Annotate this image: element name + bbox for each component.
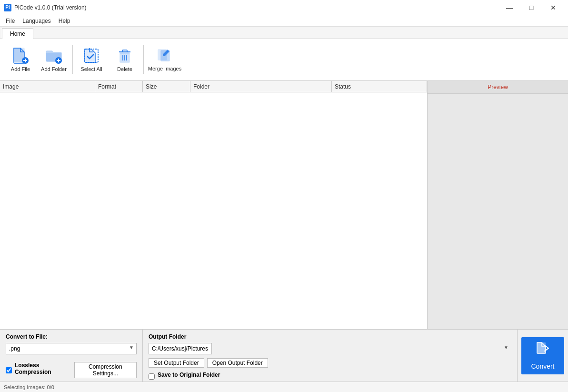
menu-bar: File Languages Help [0, 15, 568, 27]
menu-languages[interactable]: Languages [19, 17, 54, 25]
status-text: Selecting Images: 0/0 [4, 384, 54, 390]
lossless-compression-checkbox[interactable] [6, 367, 12, 373]
lossless-compression-label: Lossless Compression [15, 362, 69, 375]
merge-images-label: Merge Images [148, 66, 181, 72]
preview-panel: Preview [428, 81, 568, 329]
set-output-folder-button[interactable]: Set Output Folder [149, 358, 204, 368]
merge-images-button[interactable]: Merge Images [146, 41, 184, 78]
menu-file[interactable]: File [2, 17, 19, 25]
col-header-image: Image [0, 81, 95, 92]
svg-rect-10 [122, 50, 127, 52]
format-select[interactable]: .png .jpg .bmp .gif .tiff .webp [6, 343, 137, 354]
main-content: Image Format Size Folder Status Preview [0, 81, 568, 329]
convert-to-file-section: Convert to File: .png .jpg .bmp .gif .ti… [0, 330, 143, 382]
add-file-label: Add File [11, 66, 30, 72]
col-header-format: Format [95, 81, 143, 92]
output-folder-section: Output Folder C:/Users/xusj/Pictures Set… [143, 330, 518, 382]
convert-to-file-label: Convert to File: [6, 333, 137, 340]
menu-help[interactable]: Help [55, 17, 74, 25]
maximize-button[interactable]: □ [520, 0, 542, 15]
title-bar: Pi PiCode v1.0.0 (Trial version) — □ ✕ [0, 0, 568, 15]
select-all-icon [83, 47, 100, 64]
output-folder-label: Output Folder [149, 333, 511, 340]
close-button[interactable]: ✕ [542, 0, 564, 15]
col-header-folder: Folder [190, 81, 332, 92]
title-bar-left: Pi PiCode v1.0.0 (Trial version) [4, 4, 87, 11]
delete-button[interactable]: Delete [108, 41, 141, 78]
delete-icon [116, 47, 133, 64]
select-all-label: Select All [80, 66, 102, 72]
preview-content [428, 94, 568, 329]
tab-bar: Home [0, 27, 568, 39]
toolbar-separator-2 [143, 45, 144, 74]
toolbar-separator-1 [72, 45, 73, 74]
delete-label: Delete [117, 66, 132, 72]
convert-button-area: Convert [518, 330, 568, 382]
tab-home[interactable]: Home [2, 28, 33, 39]
folder-path-row: C:/Users/xusj/Pictures [149, 343, 511, 354]
open-output-folder-button[interactable]: Open Output Folder [207, 358, 268, 368]
merge-images-icon [156, 47, 173, 64]
add-folder-button[interactable]: Add Folder [37, 41, 70, 78]
folder-path-select[interactable]: C:/Users/xusj/Pictures [149, 343, 212, 354]
save-to-original-row: Save to Original Folder [149, 372, 511, 381]
bottom-area: Convert to File: .png .jpg .bmp .gif .ti… [0, 329, 568, 382]
title-text: PiCode v1.0.0 (Trial version) [14, 4, 87, 11]
format-select-wrapper: .png .jpg .bmp .gif .tiff .webp [6, 343, 137, 358]
select-all-button[interactable]: Select All [75, 41, 108, 78]
convert-label: Convert [531, 362, 554, 370]
app-icon: Pi [4, 4, 11, 11]
toolbar: Add File Add Folder S [0, 39, 568, 81]
status-bar: Selecting Images: 0/0 [0, 382, 568, 392]
table-header: Image Format Size Folder Status [0, 81, 427, 92]
lossless-compression-row: Lossless Compression Compression Setting… [6, 362, 137, 378]
add-file-icon [12, 47, 29, 64]
add-folder-label: Add Folder [41, 66, 67, 72]
col-header-size: Size [143, 81, 190, 92]
convert-button[interactable]: Convert [521, 337, 564, 374]
save-to-original-checkbox[interactable] [149, 373, 155, 380]
preview-header: Preview [428, 81, 568, 94]
col-header-status: Status [332, 81, 427, 92]
table-area: Image Format Size Folder Status [0, 81, 428, 329]
save-to-original-label: Save to Original Folder [158, 372, 220, 378]
folder-path-wrapper: C:/Users/xusj/Pictures [149, 343, 511, 354]
table-body [0, 92, 427, 329]
compression-settings-button[interactable]: Compression Settings... [74, 362, 137, 378]
minimize-button[interactable]: — [498, 0, 520, 15]
add-file-button[interactable]: Add File [4, 41, 37, 78]
convert-icon [535, 342, 550, 360]
title-bar-controls: — □ ✕ [498, 0, 564, 15]
add-folder-icon [45, 47, 62, 64]
